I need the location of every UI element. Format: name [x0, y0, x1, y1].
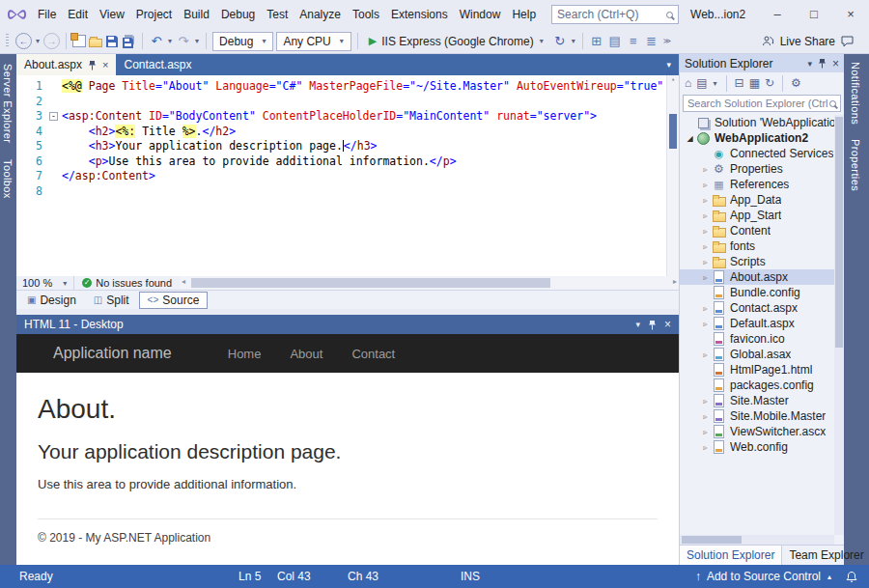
menu-item[interactable]: Debug — [215, 0, 261, 29]
expand-arrow-icon[interactable]: ▹ — [699, 397, 712, 406]
maximize-button[interactable]: □ — [796, 0, 832, 29]
notifications-vertical-tab[interactable]: Notifications — [844, 58, 863, 128]
chevron-down-icon[interactable]: ▾ — [571, 37, 576, 45]
code-line[interactable]: 8 — [16, 184, 666, 200]
collapse-all-icon[interactable]: ⊟ — [735, 76, 744, 90]
tree-item[interactable]: ▹Properties — [680, 161, 834, 177]
preview-nav-home[interactable]: Home — [228, 347, 262, 361]
code-text[interactable]: <asp:Content ID="BodyContent" ContentPla… — [62, 109, 597, 125]
code-text[interactable]: </asp:Content> — [62, 169, 155, 184]
pin-icon[interactable] — [648, 320, 657, 330]
tree-item[interactable]: ▹Default.aspx — [680, 316, 834, 331]
code-line[interactable]: 5 <h3>Your application description page.… — [16, 139, 666, 154]
navigate-back-button[interactable]: ← — [15, 33, 32, 49]
tree-horizontal-scrollbar[interactable] — [680, 535, 834, 545]
close-button[interactable]: × — [832, 0, 869, 29]
preview-window-header[interactable]: HTML 11 - Desktop ▾ × — [16, 315, 679, 334]
start-debugging-button[interactable]: ▶ IIS Express (Google Chrome) ▾ — [364, 35, 549, 48]
save-button[interactable] — [105, 35, 119, 48]
menu-item[interactable]: Help — [506, 0, 542, 29]
open-file-button[interactable] — [89, 39, 102, 47]
solution-configuration-dropdown[interactable]: Debug ▾ — [212, 32, 273, 51]
preview-nav-about[interactable]: About — [290, 347, 322, 361]
menu-item[interactable]: Build — [178, 0, 215, 29]
code-lines[interactable]: 1<%@ Page Title="About" Language="C#" Ma… — [16, 75, 666, 276]
expand-arrow-icon[interactable]: ▹ — [699, 350, 712, 359]
solution-platform-dropdown[interactable]: Any CPU ▾ — [276, 32, 350, 51]
solution-explorer-header[interactable]: Solution Explorer ▾ × — [680, 54, 844, 72]
expand-arrow-icon[interactable]: ▹ — [699, 428, 712, 436]
save-all-button[interactable] — [122, 35, 136, 48]
tree-item[interactable]: ▹Global.asax — [680, 347, 834, 362]
solution-explorer-bottom-tab[interactable]: Solution Explorer — [680, 546, 782, 565]
tree-item[interactable]: ▹Contact.aspx — [680, 300, 834, 316]
fold-collapse-toggle[interactable]: - — [49, 112, 58, 121]
minimize-button[interactable]: – — [759, 0, 796, 29]
tree-item[interactable]: ◢WebApplication2 — [680, 130, 834, 146]
notifications-bell-icon[interactable] — [846, 571, 857, 583]
chevron-down-icon[interactable]: ▾ — [167, 37, 173, 45]
pin-icon[interactable] — [818, 58, 827, 69]
browser-window-icon[interactable]: ⊞ — [589, 34, 604, 48]
document-list-chevron-icon[interactable]: ▾ — [666, 60, 679, 70]
quick-launch-search-box[interactable]: Search (Ctrl+Q) — [551, 5, 679, 24]
redo-button[interactable]: ↷ — [176, 34, 191, 48]
expand-arrow-icon[interactable]: ▹ — [699, 320, 712, 328]
indent-lines-icon[interactable]: ≡ — [626, 34, 641, 48]
toolbar-grip[interactable] — [6, 34, 9, 48]
scrollbar-thumb[interactable] — [191, 278, 550, 288]
tree-item[interactable]: favicon.ico — [680, 331, 834, 347]
menu-item[interactable]: Window — [454, 0, 507, 29]
tree-item[interactable]: ▹fonts — [680, 238, 834, 254]
expand-arrow-icon[interactable]: ▹ — [699, 443, 712, 452]
tab-contact-aspx[interactable]: Contact.aspx — [116, 54, 199, 75]
browser-refresh-button[interactable]: ↻ — [552, 34, 568, 48]
expand-arrow-icon[interactable]: ▹ — [699, 227, 712, 236]
scroll-up-icon[interactable]: ▴ — [671, 75, 675, 83]
tree-item[interactable]: ▹Site.Mobile.Master — [680, 408, 834, 424]
undo-button[interactable]: ↶ — [149, 34, 164, 48]
expand-arrow-icon[interactable]: ▹ — [699, 196, 712, 205]
expand-arrow-icon[interactable]: ▹ — [699, 304, 712, 313]
live-share-button[interactable]: Live Share — [780, 35, 835, 48]
menu-item[interactable]: Test — [261, 0, 294, 29]
refresh-icon[interactable]: ↻ — [765, 76, 774, 90]
scroll-left-icon[interactable]: ◂ — [182, 277, 185, 286]
expand-arrow-icon[interactable]: ◢ — [684, 134, 696, 143]
tree-item[interactable]: ▹References — [680, 177, 834, 192]
code-line[interactable]: 7</asp:Content> — [16, 169, 666, 184]
tree-item[interactable]: ▹Scripts — [680, 254, 834, 269]
tree-item[interactable]: Solution 'WebApplication2' (1 — [680, 115, 834, 130]
tree-item[interactable]: Connected Services — [680, 146, 834, 161]
tree-item[interactable]: Bundle.config — [680, 285, 834, 300]
window-position-chevron-icon[interactable]: ▾ — [807, 59, 812, 69]
code-line[interactable]: 4 <h2><%: Title %>.</h2> — [16, 125, 666, 140]
tree-item[interactable]: ▹Web.config — [680, 439, 834, 455]
menu-item[interactable]: View — [94, 0, 130, 29]
code-text[interactable]: <h3>Your application description page.</… — [62, 139, 378, 154]
properties-vertical-tab[interactable]: Properties — [844, 135, 863, 195]
zoom-dropdown[interactable]: 100 % ▾ — [16, 276, 74, 290]
chevron-down-icon[interactable]: ▾ — [35, 37, 41, 45]
properties-gear-icon[interactable]: ⚙ — [791, 76, 801, 90]
close-tab-icon[interactable]: × — [102, 59, 108, 70]
code-text[interactable]: <%@ Page Title="About" Language="C#" Mas… — [62, 79, 666, 95]
menu-item[interactable]: Edit — [62, 0, 94, 29]
editor-vertical-scrollbar[interactable]: ▴ — [666, 75, 679, 276]
code-line[interactable]: 3-<asp:Content ID="BodyContent" ContentP… — [16, 109, 666, 125]
menu-item[interactable]: File — [32, 0, 62, 29]
preview-brand-link[interactable]: Application name — [53, 345, 172, 362]
expand-arrow-icon[interactable]: ▹ — [699, 273, 712, 282]
document-health-indicator[interactable]: ✓ No issues found — [74, 277, 180, 289]
editor-horizontal-scrollbar[interactable]: ◂ ▸ — [180, 276, 679, 290]
scroll-right-icon[interactable]: ▸ — [673, 277, 677, 286]
chevron-up-icon[interactable]: ▴ — [827, 573, 832, 581]
code-text[interactable]: <h2><%: Title %>.</h2> — [62, 125, 236, 140]
source-view-tab[interactable]: <> Source — [139, 292, 209, 309]
tree-vertical-scrollbar[interactable] — [834, 115, 844, 535]
window-position-chevron-icon[interactable]: ▾ — [635, 320, 640, 329]
new-project-button[interactable] — [72, 35, 86, 47]
expand-arrow-icon[interactable]: ▹ — [699, 412, 712, 421]
split-view-tab[interactable]: ◫ Split — [86, 293, 137, 308]
menu-item[interactable]: Analyze — [294, 0, 347, 29]
